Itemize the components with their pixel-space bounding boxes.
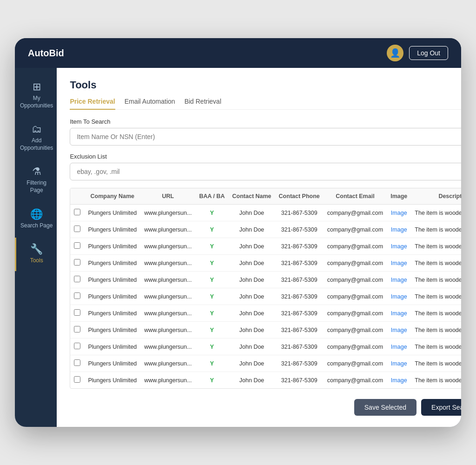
cell-image[interactable]: Image — [387, 272, 411, 288]
cell-contact-phone: 321-867-5309 — [275, 372, 324, 389]
image-link[interactable]: Image — [391, 327, 407, 333]
image-link[interactable]: Image — [391, 243, 407, 250]
user-icon-button[interactable]: 👤 — [387, 45, 403, 61]
row-checkbox-cell[interactable] — [70, 255, 84, 272]
sidebar-item-label: My Opportunities — [20, 95, 53, 109]
cell-image[interactable]: Image — [387, 355, 411, 372]
save-selected-button[interactable]: Save Selected — [354, 399, 416, 416]
table-row: Plungers Unlimited www.plungersun... Y J… — [70, 272, 461, 288]
page-title: Tools — [70, 79, 461, 91]
tools-icon: 🔧 — [30, 244, 43, 254]
header-actions: 👤 Log Out — [387, 45, 448, 61]
item-to-search-input[interactable] — [70, 128, 461, 146]
row-checkbox-cell[interactable] — [70, 288, 84, 305]
cell-image[interactable]: Image — [387, 205, 411, 221]
cell-contact-name: John Doe — [229, 238, 275, 255]
row-checkbox[interactable] — [74, 343, 80, 349]
tab-price-retrieval[interactable]: Price Retrieval — [70, 98, 115, 110]
cell-company: Plungers Unlimited — [84, 372, 140, 389]
tab-bid-retrieval[interactable]: Bid Retrieval — [185, 98, 221, 110]
cell-contact-email: company@gmail.com — [324, 372, 387, 389]
col-description: Description — [411, 188, 461, 205]
cell-image[interactable]: Image — [387, 221, 411, 238]
row-checkbox-cell[interactable] — [70, 221, 84, 238]
tab-email-automation[interactable]: Email Automation — [125, 98, 175, 110]
exclusion-list-input[interactable] — [70, 163, 461, 180]
col-baa-ba: BAA / BA — [195, 188, 228, 205]
cell-contact-email: company@gmail.com — [324, 355, 387, 372]
cell-image[interactable]: Image — [387, 372, 411, 389]
image-link[interactable]: Image — [391, 310, 407, 317]
table-row: Plungers Unlimited www.plungersun... Y J… — [70, 305, 461, 322]
cell-contact-name: John Doe — [229, 288, 275, 305]
exclusion-list-section: Exclusion List — [70, 153, 461, 188]
cell-contact-phone: 321-867-5309 — [275, 238, 324, 255]
cell-company: Plungers Unlimited — [84, 288, 140, 305]
cell-contact-email: company@gmail.com — [324, 305, 387, 322]
image-link[interactable]: Image — [391, 226, 407, 233]
cell-contact-email: company@gmail.com — [324, 221, 387, 238]
cell-url: www.plungersun... — [140, 221, 195, 238]
sidebar: ⊞ My Opportunities 🗂 Add Opportunities ⚗… — [15, 68, 57, 427]
cell-contact-phone: 321-867-5309 — [275, 255, 324, 272]
row-checkbox[interactable] — [74, 276, 80, 282]
image-link[interactable]: Image — [391, 293, 407, 300]
row-checkbox[interactable] — [74, 376, 80, 383]
cell-description: The item is wooden and mea... — [411, 322, 461, 339]
sidebar-item-add-opportunities[interactable]: 🗂 Add Opportunities — [15, 118, 57, 158]
sidebar-item-filtering-page[interactable]: ⚗ Filtering Page — [15, 160, 57, 200]
cell-contact-email: company@gmail.com — [324, 205, 387, 221]
row-checkbox-cell[interactable] — [70, 355, 84, 372]
row-checkbox[interactable] — [74, 359, 80, 366]
row-checkbox[interactable] — [74, 242, 80, 249]
cell-image[interactable]: Image — [387, 238, 411, 255]
cell-image[interactable]: Image — [387, 255, 411, 272]
row-checkbox[interactable] — [74, 226, 80, 232]
row-checkbox-cell[interactable] — [70, 372, 84, 389]
row-checkbox-cell[interactable] — [70, 238, 84, 255]
table-row: Plungers Unlimited www.plungersun... Y J… — [70, 322, 461, 339]
cell-company: Plungers Unlimited — [84, 205, 140, 221]
table-row: Plungers Unlimited www.plungersun... Y J… — [70, 339, 461, 355]
row-checkbox[interactable] — [74, 292, 80, 299]
row-checkbox[interactable] — [74, 209, 80, 215]
sidebar-item-search-page[interactable]: 🌐 Search Page — [15, 203, 57, 236]
cell-company: Plungers Unlimited — [84, 272, 140, 288]
row-checkbox-cell[interactable] — [70, 205, 84, 221]
sidebar-item-tools[interactable]: 🔧 Tools — [15, 238, 57, 271]
cell-baa: Y — [195, 305, 228, 322]
row-checkbox-cell[interactable] — [70, 322, 84, 339]
cell-contact-name: John Doe — [229, 372, 275, 389]
sidebar-item-my-opportunities[interactable]: ⊞ My Opportunities — [15, 75, 57, 116]
row-checkbox-cell[interactable] — [70, 305, 84, 322]
image-link[interactable]: Image — [391, 210, 407, 216]
image-link[interactable]: Image — [391, 344, 407, 350]
cell-contact-name: John Doe — [229, 355, 275, 372]
app-header: AutoBid 👤 Log Out — [15, 38, 461, 68]
sidebar-item-label: Add Opportunities — [20, 137, 53, 152]
cell-baa: Y — [195, 355, 228, 372]
cell-contact-name: John Doe — [229, 221, 275, 238]
bottom-action-bar: Save Selected Export Search Data — [70, 392, 461, 416]
cell-contact-name: John Doe — [229, 255, 275, 272]
col-image: Image — [387, 188, 411, 205]
row-checkbox-cell[interactable] — [70, 272, 84, 288]
cell-company: Plungers Unlimited — [84, 355, 140, 372]
logout-button[interactable]: Log Out — [409, 46, 448, 60]
row-checkbox-cell[interactable] — [70, 339, 84, 355]
image-link[interactable]: Image — [391, 377, 407, 384]
cell-image[interactable]: Image — [387, 339, 411, 355]
cell-image[interactable]: Image — [387, 322, 411, 339]
cell-image[interactable]: Image — [387, 288, 411, 305]
cell-url: www.plungersun... — [140, 322, 195, 339]
image-link[interactable]: Image — [391, 277, 407, 283]
image-link[interactable]: Image — [391, 260, 407, 266]
globe-icon: 🌐 — [30, 209, 43, 219]
row-checkbox[interactable] — [74, 309, 80, 316]
table-row: Plungers Unlimited www.plungersun... Y J… — [70, 355, 461, 372]
export-search-data-button[interactable]: Export Search Data — [421, 399, 461, 416]
image-link[interactable]: Image — [391, 360, 407, 367]
row-checkbox[interactable] — [74, 326, 80, 332]
cell-image[interactable]: Image — [387, 305, 411, 322]
row-checkbox[interactable] — [74, 259, 80, 266]
